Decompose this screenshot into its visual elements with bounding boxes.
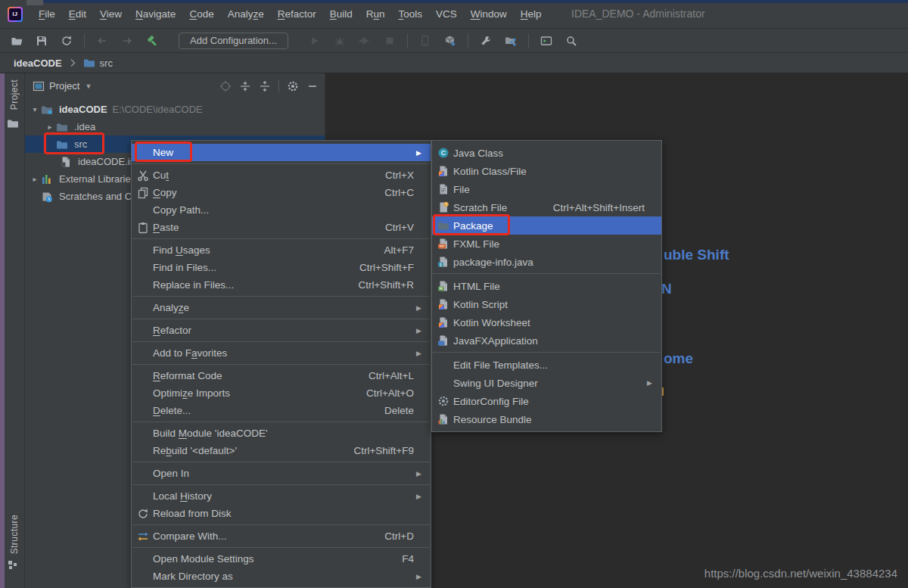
toolbar-button-search-icon[interactable] [562,32,580,50]
menu-item-shortcut: Ctrl+D [363,530,414,542]
submenu-item-editorconfig-file[interactable]: EditorConfig File [432,392,661,410]
toolbar-button-debug-icon[interactable] [331,32,349,50]
submenu-item-kotlin-class-file[interactable]: Kotlin Class/File [432,162,661,180]
locate-icon[interactable] [219,80,232,92]
menu-item-shortcut: Ctrl+X [364,170,414,181]
menu-code[interactable]: Code [182,2,220,27]
toolbar-button-terminal-icon[interactable] [537,32,555,50]
project-folder-icon [41,104,53,116]
breadcrumb-root[interactable]: ideaCODE [14,58,62,69]
toolbar-button-stop-icon[interactable] [381,32,399,50]
menu-build[interactable]: Build [323,2,359,27]
submenu-item-swing-ui-designer[interactable]: Swing UI Designer▶ [432,374,661,392]
menu-vcs[interactable]: VCS [429,2,464,27]
breadcrumb-current[interactable]: src [100,58,113,69]
menu-refactor[interactable]: Refactor [271,2,323,27]
collapsed-arrow-icon[interactable]: ▸ [44,123,56,131]
context-menu-item-mark-directory-as[interactable]: Mark Directory as▶ [132,568,431,585]
submenu-item-resource-bundle[interactable]: Resource Bundle [432,410,661,428]
menu-file[interactable]: File [32,2,62,27]
menu-item-label: Kotlin Class/File [453,166,527,177]
toolbar-button-run-icon[interactable] [306,32,324,50]
context-menu-item-copy-path[interactable]: Copy Path... [132,201,431,219]
menu-edit[interactable]: Edit [62,2,93,27]
toolbar-button-hammer-icon[interactable] [143,32,161,50]
submenu-item-kotlin-worksheet[interactable]: Kotlin Worksheet [432,313,661,331]
context-menu-item-local-history[interactable]: Local History▶ [132,487,431,505]
context-menu-item-add-to-favorites[interactable]: Add to Favorites▶ [132,344,431,362]
toolbar-button-wrench-icon[interactable] [477,32,495,50]
tree-item-ideacode[interactable]: ▾ideaCODEE:\CODE\ideaCODE [25,101,325,118]
submenu-item-fxml-file[interactable]: <>FXML File [432,235,661,253]
structure-icon [505,35,517,47]
context-menu-item-optimize-imports[interactable]: Optimize ImportsCtrl+Alt+O [132,384,431,402]
toolbar-button-coverage-icon[interactable] [356,32,374,50]
resource-bundle-icon [437,413,449,425]
menu-navigate[interactable]: Navigate [129,2,182,27]
toolbar-button-structure-icon[interactable] [502,32,520,50]
panel-title[interactable]: Project [49,80,79,92]
context-menu-item-remove-bom[interactable]: Remove BOM [132,585,431,588]
chevron-down-icon[interactable]: ▼ [85,82,92,90]
submenu-item-javafxapplication[interactable]: JavaFXApplication [432,331,661,350]
toolbar-button-package-arrow-icon[interactable] [441,32,459,50]
context-menu-item-new[interactable]: New▶ [132,144,431,161]
menu-item-shortcut: Ctrl+Alt+O [345,387,414,399]
toolbar-button-sync-icon[interactable] [58,32,76,50]
submenu-item-file[interactable]: File [432,180,661,198]
context-menu-item-replace-in-files[interactable]: Replace in Files...Ctrl+Shift+R [132,276,431,294]
context-menu-item-paste[interactable]: PasteCtrl+V [132,219,431,236]
menu-view[interactable]: View [93,2,129,27]
context-menu-item-rebuild-default[interactable]: Rebuild '<default>'Ctrl+Shift+F9 [132,442,431,459]
toolbar-button-save-icon[interactable] [33,32,51,50]
context-menu-item-refactor[interactable]: Refactor▶ [132,322,431,339]
context-menu-item-reload-from-disk[interactable]: Reload from Disk [132,505,431,522]
menu-help[interactable]: Help [514,2,549,27]
gear-icon[interactable] [287,80,299,92]
toolbar-button-forward-icon[interactable] [118,32,136,50]
submenu-arrow-icon: ▶ [414,350,421,357]
context-menu-item-find-in-files[interactable]: Find in Files...Ctrl+Shift+F [132,259,431,276]
submenu-item-package-info-java[interactable]: jpackage-info.java [432,253,661,271]
context-menu-item-delete[interactable]: Delete...Delete [132,402,431,419]
tool-button-structure[interactable]: Structure [9,515,20,554]
editor-hint: ome [664,350,693,367]
menu-window[interactable]: Window [464,2,514,27]
menu-run[interactable]: Run [359,2,392,27]
context-menu-item-build-module-ideacode[interactable]: Build Module 'ideaCODE' [132,425,431,442]
submenu-item-package[interactable]: Package [432,216,661,235]
context-menu-item-cut[interactable]: CutCtrl+X [132,166,431,184]
submenu-item-java-class[interactable]: CJava Class [432,144,661,162]
context-menu-item-find-usages[interactable]: Find UsagesAlt+F7 [132,241,431,259]
expand-all-icon[interactable] [239,80,251,92]
toolbar-button-back-icon[interactable] [93,32,111,50]
context-menu-item-copy[interactable]: CopyCtrl+C [132,184,431,201]
context-menu-item-open-module-settings[interactable]: Open Module SettingsF4 [132,550,431,568]
hide-panel-icon[interactable] [306,80,319,92]
coverage-icon [359,35,371,47]
submenu-item-kotlin-script[interactable]: Kotlin Script [432,295,661,313]
tool-button-project[interactable]: Project [9,79,20,110]
submenu-item-scratch-file[interactable]: Scratch FileCtrl+Alt+Shift+Insert [432,198,661,216]
context-menu-item-compare-with[interactable]: Compare With...Ctrl+D [132,527,431,545]
collapse-all-icon[interactable] [259,80,271,92]
tree-item-idea[interactable]: ▸.idea [25,118,325,135]
toolbar-button-open-folder-icon[interactable] [8,32,26,50]
submenu-arrow-icon: ▶ [414,149,421,157]
context-menu-item-open-in[interactable]: Open In▶ [132,465,431,482]
run-configuration-combo[interactable]: Add Configuration... [179,33,288,49]
toolbar-button-device-icon[interactable] [416,32,434,50]
submenu-item-html-file[interactable]: HHTML File [432,277,661,295]
menu-separator [132,459,431,465]
menu-tools[interactable]: Tools [392,2,430,27]
menu-item-shortcut: Delete [363,405,414,416]
context-menu-item-reformat-code[interactable]: Reformat CodeCtrl+Alt+L [132,367,431,384]
collapsed-arrow-icon[interactable]: ▸ [29,175,41,183]
project-tool-icon[interactable] [7,117,19,129]
external-libraries-icon [41,173,53,185]
submenu-item-edit-file-templates[interactable]: Edit File Templates... [432,356,661,374]
context-menu-item-analyze[interactable]: Analyze▶ [132,299,431,316]
menu-analyze[interactable]: Analyze [221,2,271,27]
expanded-arrow-icon[interactable]: ▾ [29,105,41,114]
structure-tool-icon[interactable] [7,559,19,571]
